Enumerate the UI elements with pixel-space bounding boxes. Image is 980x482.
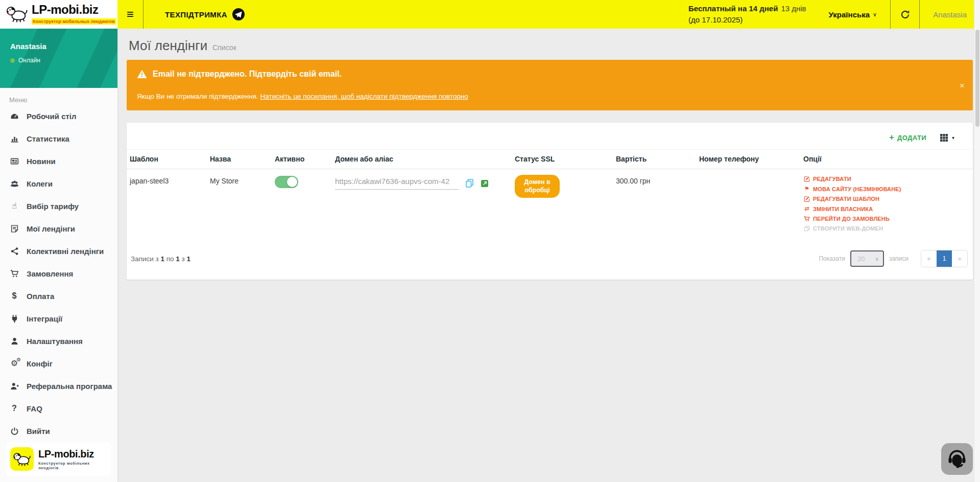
chart-icon: [9, 134, 19, 143]
sidebar-item-payment[interactable]: $ Оплата: [0, 285, 117, 307]
sidebar-item-my-landings[interactable]: Мої лендінги: [0, 217, 117, 240]
telegram-icon: [232, 8, 245, 20]
language-label: Українська: [829, 10, 870, 19]
sidebar-item-label: Колеги: [27, 179, 53, 188]
option-edit-template[interactable]: РЕДАГУВАТИ ШАБЛОН: [803, 196, 970, 202]
sidebar-item-referral[interactable]: Реферальна програма: [0, 375, 117, 397]
close-icon[interactable]: ×: [960, 81, 965, 89]
copy-icon[interactable]: [465, 178, 474, 188]
main-content: Мої лендінги Список Email не підтверджен…: [117, 29, 980, 482]
brand-logo[interactable]: LP-mobi.biz Конструктор мобильных лендин…: [0, 0, 117, 29]
sidebar-item-collective-landings[interactable]: Колективні лендінги: [0, 240, 117, 262]
language-selector[interactable]: Українська ∨: [816, 0, 891, 29]
option-label: ЗМІНИТИ ВЛАСНИКА: [813, 206, 873, 212]
sidebar-item-label: Реферальна програма: [27, 382, 112, 391]
records-label: записи: [889, 255, 909, 262]
chevron-down-icon: ∨: [873, 11, 877, 18]
cell-phone: [696, 169, 800, 237]
resend-confirmation-link[interactable]: Натисніть це посилання, щоб надіслати пі…: [260, 93, 468, 100]
gears-icon: ⚙⚙: [9, 359, 19, 368]
add-landing-label: ДОДАТИ: [897, 134, 926, 142]
plus-icon: +: [889, 133, 894, 142]
page-header: Мої лендінги Список: [127, 37, 973, 60]
scrollbar-thumb[interactable]: [975, 30, 979, 127]
col-header-domain: Домен або аліас: [332, 150, 512, 169]
sidebar-item-label: Новини: [27, 157, 56, 166]
support-button[interactable]: ТЕХПІДТРИМКА: [144, 0, 266, 29]
sidebar-item-label: Статистика: [27, 134, 69, 143]
sidebar-item-settings[interactable]: Налаштування: [0, 330, 117, 352]
col-header-template: Шаблон: [127, 150, 207, 169]
pager-next-button[interactable]: »: [952, 250, 967, 267]
dog-mascot-icon: [10, 447, 34, 471]
sidebar: Anastasia Онлайн Меню Робочий стіл Стати…: [0, 29, 117, 482]
page-size-value: 20: [857, 255, 865, 263]
email-warning-banner: Email не підтверджено. Підтвердіть свій …: [127, 60, 973, 110]
caret-down-icon: ▾: [952, 135, 954, 141]
plan-name: Бесплатный на 14 дней: [688, 4, 778, 13]
power-icon: [9, 427, 19, 435]
sidebar-item-statistics[interactable]: Статистика: [0, 127, 117, 150]
sidebar-menu: Робочий стіл Статистика Новини Колеги ☝ …: [0, 105, 117, 442]
option-go-to-orders[interactable]: ПЕРЕЙТИ ДО ЗАМОВЛЕНЬ: [803, 216, 970, 222]
open-external-icon[interactable]: [481, 179, 489, 188]
column-settings-button[interactable]: ▾: [940, 133, 954, 142]
col-header-phone: Номер телефону: [696, 150, 800, 169]
cell-template: japan-steel3: [127, 169, 207, 237]
sidebar-item-label: Оплата: [27, 292, 54, 301]
app-root: LP-mobi.biz Конструктор мобильных лендин…: [0, 0, 980, 482]
cart-icon: [803, 216, 810, 222]
users-icon: [9, 179, 19, 188]
user-icon: [9, 337, 19, 346]
landings-card: + ДОДАТИ ▾: [127, 123, 973, 280]
sidebar-footer-logo[interactable]: LP-mobi.biz Конструктор мобільних лендін…: [6, 442, 111, 476]
support-chat-button[interactable]: [941, 443, 973, 475]
sidebar-item-label: FAQ: [27, 404, 42, 413]
sidebar-item-logout[interactable]: Вийти: [0, 420, 117, 442]
user-plus-icon: [9, 382, 19, 391]
sidebar-item-tariff[interactable]: ☝ Вибір тарифу: [0, 195, 117, 217]
dog-mascot-icon: [5, 5, 29, 24]
plan-days-left: 13 днів: [781, 4, 806, 13]
pager-prev-button[interactable]: «: [921, 250, 937, 267]
page-scrollbar[interactable]: [974, 0, 980, 482]
sidebar-item-label: Вибір тарифу: [27, 202, 79, 211]
add-landing-button[interactable]: + ДОДАТИ: [889, 133, 926, 142]
sidebar-item-orders[interactable]: Замовлення: [0, 262, 117, 285]
sidebar-item-integrations[interactable]: Інтеграції: [0, 307, 117, 330]
sidebar-item-label: Робочий стіл: [27, 112, 77, 121]
user-menu[interactable]: Anastasia: [920, 0, 980, 29]
pager-page-1-button[interactable]: 1: [937, 250, 952, 267]
show-label: Показати: [819, 255, 845, 262]
sidebar-item-colleagues[interactable]: Колеги: [0, 172, 117, 195]
footer-brand-subtitle: Конструктор мобільних лендінгів: [38, 461, 107, 470]
edit-icon: [803, 196, 810, 202]
pagination: « 1 »: [921, 250, 968, 267]
option-change-owner[interactable]: ⇄ ЗМІНИТИ ВЛАСНИКА: [803, 205, 970, 212]
table-footer: Записи з 1 по 1 з 1 Показати 20 ∨ записи…: [127, 237, 973, 280]
sidebar-item-dashboard[interactable]: Робочий стіл: [0, 105, 117, 127]
exchange-icon: ⇄: [803, 205, 810, 212]
hamburger-menu-icon[interactable]: ≡: [117, 0, 143, 29]
question-icon: ?: [9, 404, 19, 412]
cart-icon: [9, 269, 19, 278]
option-edit[interactable]: РЕДАГУВАТИ: [803, 176, 970, 182]
option-site-language[interactable]: ⚑ МОВА САЙТУ (НЕЗМІНЮВАНЕ): [803, 186, 970, 192]
dollar-icon: $: [9, 292, 19, 300]
refresh-icon: [900, 10, 910, 19]
sidebar-item-config[interactable]: ⚙⚙ Конфіг: [0, 352, 117, 375]
hand-pointer-icon: ☝: [9, 202, 19, 210]
language-icon: ⚑: [803, 186, 810, 192]
refresh-button[interactable]: [891, 0, 919, 29]
option-label: МОВА САЙТУ (НЕЗМІНЮВАНЕ): [813, 186, 901, 192]
brand-subtitle: Конструктор мобильных лендингов: [32, 18, 116, 25]
sidebar-item-news[interactable]: Новини: [0, 150, 117, 172]
landings-table: Шаблон Назва Активно Домен або аліас Ста…: [127, 149, 973, 237]
sidebar-item-faq[interactable]: ? FAQ: [0, 397, 117, 420]
records-info: Записи з 1 по 1 з 1: [131, 255, 190, 263]
page-size-select[interactable]: 20 ∨: [850, 250, 884, 267]
sidebar-item-label: Вийти: [27, 427, 50, 435]
active-toggle[interactable]: [275, 176, 298, 188]
col-header-price: Вартість: [613, 150, 696, 169]
domain-input[interactable]: [335, 177, 459, 190]
